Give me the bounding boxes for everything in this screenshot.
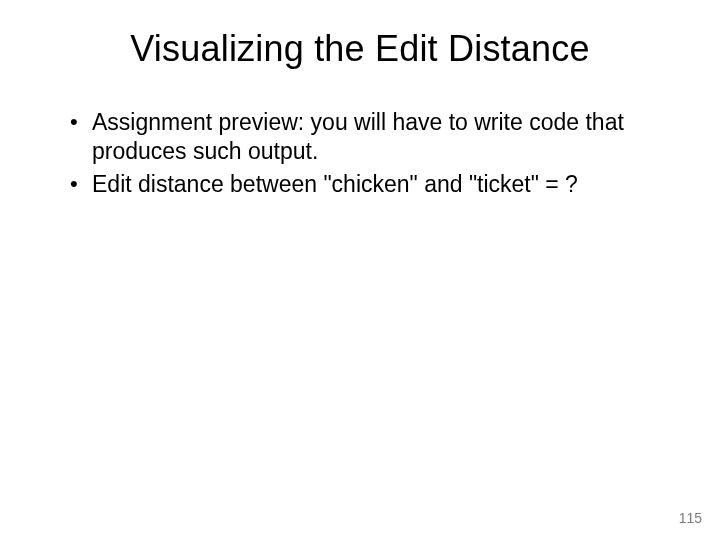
bullet-item: Edit distance between "chicken" and "tic… — [70, 170, 670, 199]
page-number: 115 — [679, 510, 702, 526]
bullet-item: Assignment preview: you will have to wri… — [70, 108, 670, 166]
slide-container: Visualizing the Edit Distance Assignment… — [0, 0, 720, 540]
slide-title: Visualizing the Edit Distance — [50, 28, 670, 70]
bullet-list: Assignment preview: you will have to wri… — [50, 108, 670, 198]
